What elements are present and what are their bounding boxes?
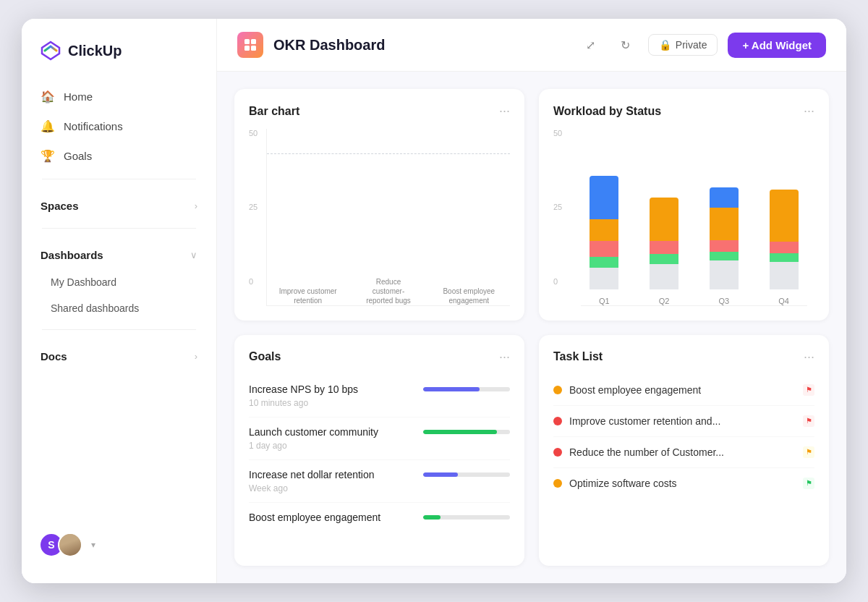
goal-item-1: Increase NPS by 10 bps 10 minutes ago: [249, 375, 510, 417]
task-name-4: Optimize software costs: [569, 478, 677, 489]
bar-chart-y-labels: 50 25 0: [249, 129, 258, 286]
workload-q2-label: Q2: [659, 297, 670, 305]
workload-y-labels: 50 25 0: [553, 129, 562, 286]
goals-widget: Goals ··· Increase NPS by 10 bps 10 minu…: [234, 335, 524, 567]
goal-progress-bar-4: [423, 515, 510, 520]
goal-name-4: Boost employee engagement: [249, 512, 380, 523]
goal-progress-bar-2: [423, 430, 510, 434]
bar-chart-area: 50 25 0 Improve customerretention: [249, 129, 510, 306]
task-item-1: Boost employee engagement ⚑: [553, 375, 814, 406]
main-content: OKR Dashboard ⤢ ↻ 🔒 Private + Add Widget…: [217, 19, 846, 583]
topbar-left: OKR Dashboard: [237, 32, 385, 58]
sidebar: ClickUp 🏠 Home 🔔 Notifications 🏆 Goals S…: [22, 19, 217, 583]
bar-group-3: Boost employeeengagement: [440, 279, 498, 305]
task-list-header: Task List ···: [553, 349, 814, 365]
logo: ClickUp: [22, 39, 216, 82]
sidebar-item-notifications[interactable]: 🔔 Notifications: [30, 112, 208, 140]
workload-q2: Q2: [641, 198, 688, 305]
topbar: OKR Dashboard ⤢ ↻ 🔒 Private + Add Widget: [217, 19, 846, 72]
goal-item-3: Increase net dollar retention Week ago: [249, 460, 510, 503]
sidebar-item-goals-label: Goals: [64, 150, 92, 162]
task-list-menu-icon[interactable]: ···: [804, 349, 814, 365]
grid-icon: [243, 38, 258, 52]
avatar-photo: [58, 533, 82, 557]
svg-rect-2: [251, 39, 256, 44]
lock-icon: 🔒: [659, 39, 671, 51]
task-flag-2: ⚑: [803, 415, 814, 427]
goal-item-4: Boost employee engagement: [249, 503, 510, 535]
refresh-button[interactable]: ↻: [613, 33, 638, 57]
sidebar-section-docs[interactable]: Docs ›: [30, 343, 208, 370]
sidebar-section-spaces[interactable]: Spaces ›: [30, 192, 208, 219]
spaces-label: Spaces: [41, 200, 79, 212]
goals-header: Goals ···: [249, 349, 510, 365]
task-dot-4: [553, 479, 562, 488]
workload-q1-label: Q1: [599, 297, 610, 305]
bar-label-2: Reduce customer-reported bugs: [359, 277, 417, 305]
avatar-caret-icon[interactable]: ▾: [91, 540, 95, 550]
goals-menu-icon[interactable]: ···: [499, 349, 510, 365]
goal-progress-bar-1: [423, 387, 510, 391]
sidebar-divider-3: [42, 329, 196, 330]
task-dot-3: [553, 448, 562, 457]
goal-name-1: Increase NPS by 10 bps: [249, 383, 358, 395]
sidebar-item-goals[interactable]: 🏆 Goals: [30, 142, 208, 170]
task-list-widget: Task List ··· Boost employee engagement …: [539, 335, 829, 567]
add-widget-button[interactable]: + Add Widget: [728, 33, 826, 58]
bar-chart-title: Bar chart: [249, 105, 299, 118]
flag-icon-4: ⚑: [806, 479, 812, 487]
goal-progress-fill-1: [423, 387, 480, 391]
page-title: OKR Dashboard: [273, 37, 385, 54]
bar-chart-menu-icon[interactable]: ···: [499, 103, 510, 119]
goal-progress-fill-2: [423, 430, 497, 434]
sidebar-nav: 🏠 Home 🔔 Notifications 🏆 Goals Spaces › …: [22, 82, 216, 521]
task-name-2: Improve customer retention and...: [569, 415, 720, 427]
expand-button[interactable]: ⤢: [579, 33, 603, 57]
workload-q1: Q1: [581, 176, 628, 305]
sidebar-item-shared-dashboards[interactable]: Shared dashboards: [30, 296, 208, 321]
workload-menu-icon[interactable]: ···: [804, 103, 814, 119]
trophy-icon: 🏆: [41, 149, 55, 163]
topbar-actions: ⤢ ↻ 🔒 Private + Add Widget: [579, 33, 826, 58]
bar-group-1: Improve customerretention: [278, 279, 337, 305]
app-container: ClickUp 🏠 Home 🔔 Notifications 🏆 Goals S…: [22, 19, 846, 583]
stacked-bar-q2: [650, 198, 678, 289]
workload-header: Workload by Status ···: [553, 103, 814, 119]
docs-label: Docs: [41, 350, 67, 363]
privacy-badge[interactable]: 🔒 Private: [648, 34, 718, 56]
stacked-bar-q1: [590, 176, 618, 289]
privacy-label: Private: [676, 39, 707, 51]
sidebar-section-dashboards[interactable]: Dashboards ∨: [30, 242, 208, 268]
goal-name-3: Increase net dollar retention: [249, 469, 375, 480]
avatar-stack[interactable]: S: [39, 533, 82, 557]
workload-q3-label: Q3: [719, 297, 730, 305]
app-name: ClickUp: [68, 43, 122, 59]
sidebar-item-home-label: Home: [64, 90, 93, 103]
task-dot-2: [553, 417, 562, 425]
shared-dashboards-label: Shared dashboards: [51, 302, 139, 314]
workload-bars: Q1 Q2: [581, 176, 807, 306]
task-dot-1: [553, 386, 562, 394]
goal-top-3: Increase net dollar retention: [249, 469, 510, 480]
workload-widget: Workload by Status ··· 50 25 0: [539, 89, 829, 321]
sidebar-item-my-dashboard[interactable]: My Dashboard: [30, 270, 208, 294]
goal-progress-bar-3: [423, 472, 510, 477]
sidebar-item-home[interactable]: 🏠 Home: [30, 82, 208, 111]
goals-list: Increase NPS by 10 bps 10 minutes ago La…: [249, 375, 510, 535]
task-flag-1: ⚑: [803, 384, 814, 396]
task-left-3: Reduce the number of Customer...: [553, 446, 724, 458]
workload-q4: Q4: [760, 190, 807, 305]
stacked-bar-q3: [710, 187, 739, 289]
svg-rect-3: [244, 46, 250, 51]
svg-rect-1: [244, 39, 250, 44]
workload-q4-label: Q4: [778, 297, 789, 305]
task-list-title: Task List: [553, 350, 603, 363]
goal-time-3: Week ago: [249, 483, 510, 493]
workload-chart-area: 50 25 0: [553, 129, 814, 306]
chevron-right-icon-docs: ›: [195, 351, 197, 362]
goal-time-2: 1 day ago: [249, 441, 510, 451]
flag-icon-3: ⚑: [806, 448, 812, 456]
clickup-logo-icon: [39, 39, 62, 62]
sidebar-item-notifications-label: Notifications: [64, 120, 123, 132]
chevron-right-icon: ›: [195, 200, 197, 211]
